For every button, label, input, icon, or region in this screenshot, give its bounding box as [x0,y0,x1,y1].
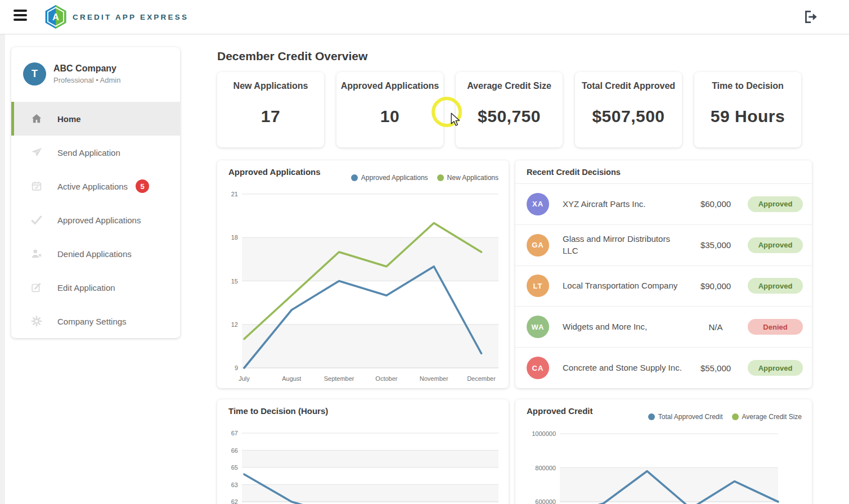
approved-credit-chart-card: Approved Credit Total Approved CreditAve… [515,399,812,504]
svg-text:65: 65 [231,464,238,471]
sidebar-item-send-application[interactable]: Send Application [11,136,180,169]
stat-card-time-to-decision: Time to Decision 59 Hours [694,72,801,147]
stat-card-total-credit-approved: Total Credit Approved $507,500 [575,72,682,147]
sidebar-item-home[interactable]: Home [11,102,180,136]
decision-row[interactable]: CA Concrete and Stone Supply Inc. $55,00… [515,348,812,388]
decision-status-badge: Approved [748,360,803,376]
svg-text:15: 15 [231,278,238,285]
company-initials-avatar: GA [527,234,549,256]
time-to-decision-chart-card: Time to Decision (Hours) 6766656362 [217,399,509,504]
sidebar-item-approved-applications[interactable]: Approved Applications [11,203,180,237]
svg-text:62: 62 [231,498,238,504]
decision-company-name: Concrete and Stone Supply Inc. [563,362,685,374]
company-avatar: T [23,62,46,86]
sidebar-item-active-applications[interactable]: Active Applications 5 [11,169,180,203]
logout-icon[interactable] [802,8,819,25]
decisions-header: Recent Credit Decisions [515,160,812,184]
plan-label: Professional • Admin [53,76,120,84]
stat-value: 17 [217,107,324,126]
decision-status-badge: Approved [748,278,803,294]
svg-text:12: 12 [231,321,238,328]
decision-amount: $90,000 [685,281,746,291]
decision-company-name: Glass and Mirror Distributors LLC [563,233,685,256]
top-header: A CREDIT APP EXPRESS [0,0,849,34]
svg-text:October: October [375,375,397,382]
legend-item-new-applications[interactable]: New Applications [437,174,498,182]
decision-amount: $60,000 [685,199,746,209]
chart-legend: Total Approved CreditAverage Credit Size [648,413,802,421]
decision-status-badge: Denied [748,319,803,335]
page-title: December Credit Overview [217,50,367,63]
active-applications-count-badge: 5 [136,179,149,193]
svg-text:63: 63 [231,482,238,488]
decision-row[interactable]: GA Glass and Mirror Distributors LLC $35… [515,225,812,266]
decision-company-name: Local Transportation Company [563,280,685,291]
svg-text:A: A [52,12,59,22]
company-name: ABC Company [53,64,120,74]
chart-title: Time to Decision (Hours) [228,406,328,416]
home-icon [30,112,43,125]
chart-title: Approved Credit [527,406,593,416]
decision-amount: $35,000 [685,240,746,250]
svg-text:July: July [239,375,250,382]
stat-value: 59 Hours [694,107,801,126]
decision-amount: $55,000 [685,363,746,373]
recent-credit-decisions-card: Recent Credit Decisions XA XYZ Aircraft … [515,160,812,388]
mouse-cursor [449,112,461,126]
sidebar: T ABC Company Professional • Admin Home … [11,47,180,338]
app-logo: A CREDIT APP EXPRESS [44,2,188,32]
stat-label: Approved Applications [336,81,443,91]
company-initials-avatar: LT [527,274,549,297]
stat-card-new-applications: New Applications 17 [217,72,324,147]
svg-text:18: 18 [231,234,238,241]
legend-item-total-approved-credit[interactable]: Total Approved Credit [648,413,723,421]
stat-card-approved-applications: Approved Applications 10 [336,72,443,147]
hamburger-menu-icon[interactable] [14,10,28,23]
stat-label: New Applications [217,81,324,91]
svg-text:December: December [467,375,496,382]
stat-value: $507,500 [575,107,682,126]
sidebar-item-edit-application[interactable]: Edit Application [11,271,180,304]
decision-status-badge: Approved [748,237,803,253]
svg-text:600000: 600000 [535,498,556,504]
legend-item-average-credit-size[interactable]: Average Credit Size [732,413,802,421]
stat-label: Total Credit Approved [575,81,682,91]
decision-status-badge: Approved [748,196,803,212]
svg-text:21: 21 [231,191,238,197]
svg-text:August: August [282,375,301,382]
edit-icon [30,281,43,294]
legend-dot [437,174,444,181]
svg-text:September: September [324,375,354,382]
decision-row[interactable]: XA XYZ Aircraft Parts Inc. $60,000 Appro… [515,184,812,225]
svg-text:9: 9 [235,364,238,371]
stat-value: 10 [336,107,443,126]
decision-row[interactable]: WA Widgets and More Inc, N/A Denied [515,307,812,348]
svg-text:800000: 800000 [535,465,556,471]
user-x-icon [30,248,43,260]
approved-applications-chart-card: Approved Applications Approved Applicati… [217,160,509,388]
legend-dot [732,413,739,420]
gear-icon [30,315,43,327]
svg-text:1000000: 1000000 [532,430,556,437]
sidebar-item-company-settings[interactable]: Company Settings [11,304,180,338]
stat-value: $50,750 [456,107,563,126]
stats-row: New Applications 17 Approved Application… [217,72,801,147]
decision-row[interactable]: LT Local Transportation Company $90,000 … [515,266,812,307]
decisions-title: Recent Credit Decisions [527,168,621,177]
svg-text:66: 66 [231,447,238,454]
stat-label: Average Credit Size [456,81,563,91]
sidebar-item-denied-applications[interactable]: Denied Applications [11,237,180,271]
legend-item-approved-applications[interactable]: Approved Applications [351,174,428,182]
legend-dot [648,413,655,420]
company-initials-avatar: CA [527,357,549,379]
company-profile: T ABC Company Professional • Admin [23,62,120,86]
company-initials-avatar: WA [527,316,549,338]
brand-name: CREDIT APP EXPRESS [73,13,188,21]
decisions-list: XA XYZ Aircraft Parts Inc. $60,000 Appro… [515,184,812,388]
company-initials-avatar: XA [527,193,549,215]
svg-text:67: 67 [231,430,238,436]
calendar-icon [30,180,43,192]
stat-label: Time to Decision [694,81,801,91]
svg-text:November: November [420,375,448,382]
left-gutter [0,34,5,504]
